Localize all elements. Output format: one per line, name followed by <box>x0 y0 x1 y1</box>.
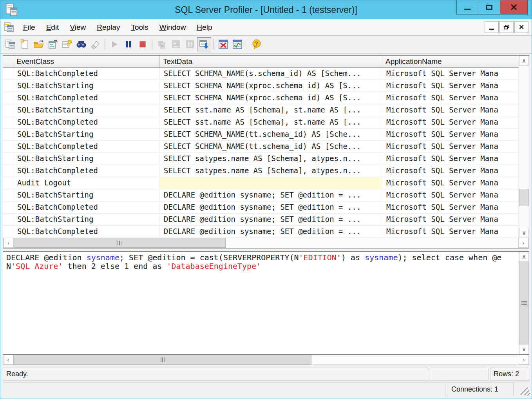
textdata-cell: SELECT sst.name AS [Schema], st.name AS … <box>160 116 382 128</box>
execute-one-step-button[interactable] <box>155 37 169 51</box>
grouped-view-button[interactable] <box>230 37 244 51</box>
minimize-button[interactable] <box>456 0 478 15</box>
sql-text-view[interactable]: DECLARE @edition sysname; SET @edition =… <box>3 252 519 354</box>
detail-horizontal-scrollbar[interactable]: ‹ › <box>3 355 529 365</box>
toggle-breakpoint-button[interactable] <box>183 37 197 51</box>
row-selector-cell[interactable] <box>3 104 13 116</box>
row-selector-cell[interactable] <box>3 226 13 238</box>
minimize-icon <box>464 9 470 10</box>
clear-trace-window-button[interactable] <box>88 37 102 51</box>
table-row[interactable]: SQL:BatchStartingSELECT SCHEMA_NAME(tt.s… <box>3 129 519 141</box>
maximize-button[interactable] <box>478 0 500 15</box>
scroll-up-icon[interactable]: ∧ <box>519 252 529 262</box>
textdata-cell: SELECT SCHEMA_NAME(tt.schema_id) AS [Sch… <box>160 129 382 140</box>
child-restore-icon <box>504 25 509 29</box>
child-restore-button[interactable] <box>499 21 514 33</box>
new-trace-button[interactable] <box>4 37 18 51</box>
menu-file[interactable]: File <box>18 21 41 34</box>
menu-replay[interactable]: Replay <box>91 21 125 34</box>
table-row[interactable]: SQL:BatchStartingDECLARE @edition sysnam… <box>3 189 519 201</box>
save-trace-file-button[interactable] <box>46 37 60 51</box>
applicationname-cell: Microsoft SQL Server Mana <box>382 226 519 238</box>
row-selector-cell[interactable] <box>3 165 13 177</box>
table-row[interactable]: SQL:BatchStartingSELECT satypes.name AS … <box>3 153 519 165</box>
applicationname-cell: Microsoft SQL Server Mana <box>382 129 519 140</box>
table-row[interactable]: SQL:BatchCompletedSELECT SCHEMA_NAME(tt.… <box>3 141 519 153</box>
detail-hscroll-thumb[interactable] <box>13 355 311 365</box>
grid-hscroll-thumb[interactable] <box>14 238 226 248</box>
toolbar-separator <box>214 39 214 50</box>
row-selector-cell[interactable] <box>3 177 13 189</box>
row-selector-header[interactable] <box>3 56 13 67</box>
new-trace-file-button[interactable] <box>18 37 32 51</box>
scroll-down-icon[interactable]: ∨ <box>519 228 529 238</box>
trace-properties-icon <box>62 39 72 49</box>
column-header-eventclass[interactable]: EventClass <box>13 56 160 67</box>
row-selector-cell[interactable] <box>3 153 13 165</box>
help-button[interactable]: ? <box>250 37 264 51</box>
trace-window: EventClass TextData ApplicationName SQL:… <box>0 54 532 399</box>
table-row[interactable]: SQL:BatchCompletedSELECT sst.name AS [Sc… <box>3 116 519 129</box>
column-header-textdata[interactable]: TextData <box>160 56 382 67</box>
detail-vscroll-thumb[interactable] <box>519 262 529 344</box>
table-row[interactable]: SQL:BatchCompletedDECLARE @edition sysna… <box>3 226 519 238</box>
open-trace-file-button[interactable] <box>32 37 46 51</box>
eventclass-cell: SQL:BatchCompleted <box>13 165 160 177</box>
organize-columns-button[interactable] <box>216 37 230 51</box>
menu-help[interactable]: Help <box>191 21 217 34</box>
row-selector-cell[interactable] <box>3 214 13 225</box>
stop-trace-button[interactable] <box>136 37 150 51</box>
table-row[interactable]: SQL:BatchCompletedSELECT SCHEMA_NAME(s.s… <box>3 68 519 80</box>
save-trace-file-icon <box>48 39 58 49</box>
menu-edit[interactable]: Edit <box>41 21 65 34</box>
menu-tools[interactable]: Tools <box>125 21 154 34</box>
trace-properties-button[interactable] <box>60 37 74 51</box>
row-selector-cell[interactable] <box>3 116 13 128</box>
auto-scroll-button[interactable] <box>197 37 211 51</box>
table-row[interactable]: SQL:BatchStartingSELECT sst.name AS [Sch… <box>3 104 519 116</box>
grid-horizontal-scrollbar[interactable]: ‹ › <box>3 238 529 248</box>
scroll-left-icon[interactable]: ‹ <box>4 238 14 248</box>
column-header-applicationname[interactable]: ApplicationName <box>382 56 519 67</box>
scroll-right-icon[interactable]: › <box>519 355 529 365</box>
find-button[interactable] <box>74 37 88 51</box>
toolbar-separator <box>247 39 247 50</box>
pause-trace-button[interactable] <box>121 37 136 51</box>
row-selector-cell[interactable] <box>3 68 13 80</box>
applicationname-cell: Microsoft SQL Server Mana <box>382 214 519 225</box>
eventclass-cell: SQL:BatchStarting <box>13 104 160 116</box>
menu-window[interactable]: Window <box>154 21 192 34</box>
row-selector-cell[interactable] <box>3 129 13 140</box>
run-to-cursor-button[interactable] <box>169 37 183 51</box>
table-row[interactable]: SQL:BatchCompletedSELECT SCHEMA_NAME(xpr… <box>3 92 519 104</box>
row-selector-cell[interactable] <box>3 201 13 213</box>
table-row[interactable]: SQL:BatchCompletedDECLARE @edition sysna… <box>3 201 519 214</box>
table-row[interactable]: SQL:BatchStartingDECLARE @edition sysnam… <box>3 214 519 226</box>
scroll-up-icon[interactable]: ∧ <box>519 56 529 66</box>
scroll-down-icon[interactable]: ∨ <box>519 344 529 354</box>
maximize-icon <box>486 5 492 10</box>
applicationname-cell: Microsoft SQL Server Mana <box>382 153 519 165</box>
detail-vertical-scrollbar[interactable]: ∧ ∨ <box>519 252 529 354</box>
thumb-grip-icon <box>161 357 165 362</box>
row-selector-cell[interactable] <box>3 189 13 201</box>
menu-view[interactable]: View <box>64 21 91 34</box>
eventclass-cell: SQL:BatchCompleted <box>13 92 160 104</box>
row-selector-cell[interactable] <box>3 80 13 92</box>
table-row[interactable]: Audit LogoutMicrosoft SQL Server Mana <box>3 177 519 189</box>
resize-grip[interactable] <box>515 382 529 396</box>
grid-vertical-scrollbar[interactable]: ∧ ∨ <box>519 56 529 238</box>
new-trace-file-icon <box>20 39 30 49</box>
scroll-right-icon[interactable]: › <box>518 238 528 248</box>
table-row[interactable]: SQL:BatchCompletedSELECT satypes.name AS… <box>3 165 519 177</box>
scroll-left-icon[interactable]: ‹ <box>3 355 13 365</box>
child-close-button[interactable]: ✕ <box>514 21 528 33</box>
close-icon: ✕ <box>510 3 518 12</box>
start-trace-button[interactable] <box>107 37 121 51</box>
row-selector-cell[interactable] <box>3 92 13 104</box>
close-button[interactable]: ✕ <box>500 0 528 15</box>
table-row[interactable]: SQL:BatchStartingSELECT SCHEMA_NAME(xpro… <box>3 80 519 92</box>
row-selector-cell[interactable] <box>3 141 13 152</box>
child-minimize-button[interactable] <box>485 21 499 33</box>
grid-vscroll-thumb[interactable] <box>519 189 529 206</box>
